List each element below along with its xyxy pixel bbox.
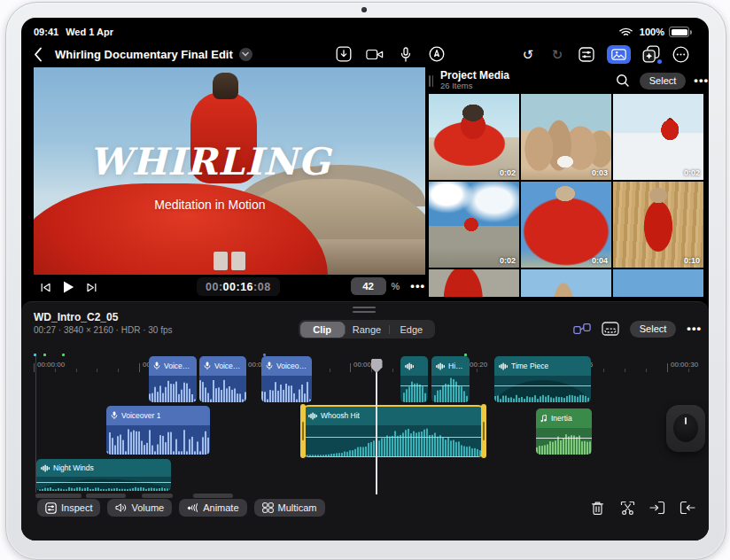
- timeline-clip-high-[interactable]: High…: [431, 356, 470, 402]
- insert-icon[interactable]: [648, 499, 666, 517]
- clip-waveform: [36, 477, 171, 491]
- microphone-icon[interactable]: [397, 45, 415, 63]
- skip-to-end-button[interactable]: [80, 277, 103, 297]
- timeline-clip-voiceover-3[interactable]: Voiceover 3: [261, 356, 312, 402]
- transport-bar: 00:00:16:08 42 % •••: [34, 276, 425, 298]
- clip-volume-line[interactable]: [494, 385, 591, 386]
- media-browser-button-selected[interactable]: [607, 45, 631, 64]
- clip-volume-line[interactable]: [304, 437, 483, 438]
- ruler-tick: [371, 369, 372, 372]
- jog-wheel-dial[interactable]: [673, 414, 698, 442]
- timeline-clip-voiceover-1[interactable]: Voiceover 1: [106, 406, 210, 455]
- clip-volume-line[interactable]: [536, 438, 592, 439]
- viewer-subtitle-overlay: Meditation in Motion: [34, 198, 386, 212]
- jog-wheel[interactable]: [666, 405, 705, 452]
- hero-figure-leg: [231, 252, 245, 270]
- undo-button[interactable]: ↺: [519, 45, 537, 63]
- media-grid: 0:020:030:020:020:040:10: [429, 94, 703, 297]
- timeline-clip-time-piece[interactable]: Time Piece: [494, 356, 591, 402]
- media-thumb-dervish-red-beach[interactable]: 0:02: [429, 94, 519, 180]
- tool-button-label: Multicam: [278, 502, 317, 513]
- timeline-clip-voiceover-2[interactable]: Voiceover 2: [199, 356, 246, 402]
- ruler-tick: [97, 369, 97, 372]
- media-select-button[interactable]: Select: [640, 73, 687, 89]
- media-thumb-dervish-reeds[interactable]: 0:10: [613, 182, 703, 268]
- skip-to-start-button[interactable]: [34, 277, 57, 297]
- pencil-icon[interactable]: [428, 45, 446, 63]
- volume-button[interactable]: Volume: [107, 499, 172, 517]
- timeline-actions: Select •••: [573, 320, 702, 338]
- panel-drag-handle[interactable]: [353, 307, 376, 314]
- panel-resize-grip[interactable]: [429, 75, 433, 87]
- animate-button[interactable]: Animate: [179, 499, 246, 517]
- clip-label: Voiceover 2: [214, 362, 242, 370]
- media-thumb-dervish-salt-flat[interactable]: 0:02: [613, 94, 703, 180]
- back-button[interactable]: [34, 44, 50, 64]
- blade-icon[interactable]: [618, 499, 636, 517]
- zoom-percent-value[interactable]: 42: [351, 277, 386, 295]
- media-thumb-dervish-hat-profile[interactable]: [521, 269, 611, 297]
- screen: 09:41 Wed 1 Apr 100% Whirling Documentar…: [21, 18, 709, 541]
- clip-header: Inertia: [536, 408, 592, 428]
- timeline-project-meta: 00:27 · 3840 × 2160 · HDR · 30 fps: [34, 325, 172, 335]
- mode-segment-clip[interactable]: Clip: [300, 322, 345, 338]
- inspector-icon[interactable]: [578, 45, 595, 63]
- thumb-duration: 0:04: [592, 256, 608, 265]
- waveform-icon: [41, 464, 50, 472]
- clip-marker: [34, 354, 36, 356]
- more-button[interactable]: [672, 45, 689, 63]
- mode-segment-edge[interactable]: Edge: [389, 322, 433, 338]
- overwrite-icon[interactable]: [679, 499, 696, 517]
- media-item-count: 26 Items: [440, 82, 509, 91]
- timeline-select-button[interactable]: Select: [630, 321, 677, 338]
- clip-marker: [43, 354, 46, 356]
- inspect-button[interactable]: Inspect: [37, 499, 100, 517]
- clip-label: Whoosh Hit: [321, 411, 360, 420]
- timeline-clip-whoosh-hit[interactable]: Whoosh Hit: [304, 406, 483, 456]
- timeline-clip-untitled[interactable]: [400, 356, 428, 402]
- timeline-project-name: WD_Intro_C2_05: [34, 311, 118, 323]
- clip-volume-line[interactable]: [400, 385, 428, 386]
- timeline-clip-inertia[interactable]: Inertia: [536, 408, 592, 455]
- clip-label: High…: [448, 362, 465, 370]
- trim-handle-right[interactable]: [481, 404, 486, 458]
- clip-volume-line[interactable]: [431, 385, 470, 386]
- clip-header: Voiceover 1: [106, 406, 210, 425]
- media-thumb-dervish-spin-closeup[interactable]: 0:04: [521, 182, 611, 268]
- battery-percent: 100%: [640, 27, 664, 37]
- play-button[interactable]: [57, 277, 80, 297]
- media-thumb-dervish-badlands-sky[interactable]: 0:02: [429, 182, 519, 268]
- playhead-line[interactable]: [376, 360, 377, 494]
- mic-icon: [153, 362, 160, 370]
- redo-button[interactable]: ↻: [548, 45, 566, 63]
- camera-icon[interactable]: [366, 45, 384, 63]
- connect-clip-icon[interactable]: [573, 320, 591, 338]
- timeline-clip-voiceover-2[interactable]: Voiceover 2: [149, 356, 197, 402]
- search-icon[interactable]: [614, 72, 632, 89]
- import-button[interactable]: [335, 45, 353, 63]
- clip-waveform: [431, 376, 470, 402]
- timeline-ruler[interactable]: 00:00:0000:00:0500:00:1000:00:1500:00:20…: [21, 360, 709, 373]
- clip-header: Voiceover 2: [199, 356, 246, 376]
- overwrite-mode-icon[interactable]: [602, 320, 619, 338]
- effects-button[interactable]: [642, 45, 660, 63]
- mic-icon: [266, 362, 273, 370]
- media-thumb-cappadocia-rocks[interactable]: 0:03: [521, 94, 611, 180]
- ruler-tick: [330, 369, 330, 372]
- mic-icon: [204, 362, 211, 370]
- trim-handle-left[interactable]: [300, 404, 306, 458]
- date: Wed 1 Apr: [66, 27, 113, 37]
- trash-icon[interactable]: [588, 499, 606, 517]
- media-thumb-sky-clouds[interactable]: [613, 269, 703, 297]
- multicam-button[interactable]: Multicam: [254, 499, 325, 517]
- clip-volume-line[interactable]: [36, 482, 171, 483]
- video-viewer[interactable]: WHIRLING Meditation in Motion: [34, 67, 425, 275]
- mode-segment-range[interactable]: Range: [345, 322, 389, 338]
- timecode-display[interactable]: 00:00:16:08: [197, 277, 280, 296]
- clip-header: [400, 356, 428, 376]
- media-thumb-badlands-red-jacket[interactable]: [429, 269, 519, 297]
- waveform-icon: [308, 412, 317, 420]
- timeline-clip-night-winds[interactable]: Night Winds: [36, 459, 171, 491]
- title-dropdown-button[interactable]: [239, 48, 252, 61]
- edit-mode-segmented-control: ClipRangeEdge: [299, 320, 435, 338]
